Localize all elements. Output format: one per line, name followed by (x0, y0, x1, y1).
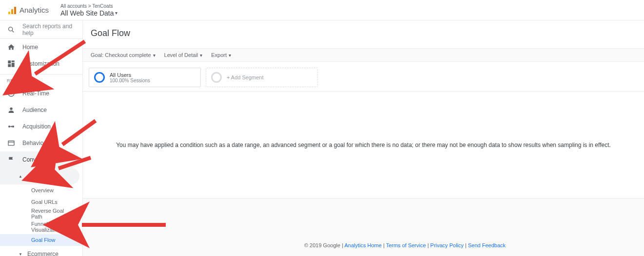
flag-icon (7, 155, 16, 164)
sidebar-item-label: Ecommerce (27, 251, 59, 256)
view-name: All Web Site Data ▾ (60, 9, 117, 17)
report-panel: You may have applied a condition such as… (83, 91, 644, 199)
sidebar-item-label: Funnel Visualization (31, 221, 76, 233)
search-icon (7, 25, 16, 34)
segment-circle-empty-icon (211, 72, 222, 83)
sidebar-item-behavior[interactable]: Behavior (0, 135, 82, 151)
sidebar-item-goals-funnel[interactable]: Funnel Visualization (0, 219, 82, 234)
add-segment-button[interactable]: + Add Segment (206, 68, 318, 87)
chevron-down-icon: ▾ (200, 53, 202, 58)
segment-subtitle: 100.00% Sessions (110, 78, 150, 83)
svg-point-10 (10, 108, 12, 110)
goal-selector[interactable]: Goal: Checkout complete▾ (91, 52, 156, 58)
footer-link-terms[interactable]: Terms of Service (386, 242, 426, 248)
sidebar-item-label: Goal URLs (31, 199, 58, 205)
sidebar-item-label: Home (22, 44, 38, 51)
detail-selector[interactable]: Level of Detail▾ (164, 52, 203, 58)
acquisition-icon (7, 122, 16, 131)
chevron-down-icon: ▾ (153, 53, 156, 58)
sidebar-item-label: Real-Time (22, 90, 49, 97)
brand-name: Analytics (20, 6, 49, 14)
segment-title: All Users (110, 72, 150, 78)
chevron-down-icon: ▾ (115, 9, 117, 17)
page-title: Goal Flow (91, 28, 636, 38)
svg-rect-5 (8, 60, 11, 63)
svg-rect-2 (14, 7, 16, 14)
sidebar-item-goals-reverse[interactable]: Reverse Goal Path (0, 208, 82, 219)
account-switcher[interactable]: All accounts > TenCoats All Web Site Dat… (60, 3, 117, 17)
sidebar-item-audience[interactable]: Audience (0, 102, 82, 118)
sidebar-item-label: Goals (27, 173, 42, 180)
svg-rect-1 (11, 9, 13, 14)
chevron-down-icon: ▾ (229, 53, 231, 58)
sidebar-item-label: Conversions (22, 156, 55, 163)
app-logo[interactable]: Analytics (8, 6, 49, 15)
search-input[interactable]: Search reports and help (0, 20, 82, 39)
home-icon (7, 43, 16, 52)
sidebar-item-goals-overview[interactable]: Overview (0, 184, 82, 196)
report-toolbar: Goal: Checkout complete▾ Level of Detail… (83, 48, 644, 62)
sidebar-item-realtime[interactable]: Real-Time (0, 85, 82, 102)
account-breadcrumb: All accounts > TenCoats (60, 3, 117, 9)
sidebar-item-home[interactable]: Home (0, 39, 82, 55)
footer-link-privacy[interactable]: Privacy Policy (430, 242, 464, 248)
sidebar-item-label: Customization (22, 60, 59, 67)
add-segment-label: + Add Segment (227, 74, 264, 80)
svg-rect-7 (12, 63, 15, 67)
sidebar-item-goals-urls[interactable]: Goal URLs (0, 196, 82, 208)
app-header: Analytics All accounts > TenCoats All We… (0, 0, 644, 20)
sidebar-item-ecommerce[interactable]: ▼ Ecommerce (0, 246, 82, 256)
footer-link-analytics-home[interactable]: Analytics Home (344, 242, 381, 248)
expand-triangle-icon: ▼ (19, 252, 22, 256)
no-data-message: You may have applied a condition such as… (106, 112, 621, 178)
sidebar-item-goals-flow[interactable]: Goal Flow (0, 234, 82, 246)
svg-rect-0 (8, 12, 10, 14)
sidebar-item-label: Acquisition (22, 123, 51, 130)
svg-rect-13 (8, 141, 14, 145)
reports-section-label: REPORTS (0, 74, 82, 85)
customization-icon (7, 59, 16, 68)
footer-link-feedback[interactable]: Send Feedback (468, 242, 506, 248)
svg-line-4 (12, 30, 14, 32)
footer: © 2019 Google | Analytics Home | Terms o… (166, 239, 644, 251)
sidebar-item-acquisition[interactable]: Acquisition (0, 118, 82, 135)
collapse-triangle-icon: ▲ (19, 174, 22, 179)
sidebar-item-label: Overview (31, 187, 54, 193)
content-area: Goal Flow Goal: Checkout complete▾ Level… (83, 20, 644, 256)
svg-point-11 (8, 126, 10, 128)
content-header: Goal Flow (83, 20, 644, 48)
sidebar-item-label: Goal Flow (31, 237, 56, 243)
search-placeholder: Search reports and help (22, 23, 76, 37)
person-icon (7, 106, 16, 114)
svg-rect-6 (12, 60, 15, 62)
behavior-icon (7, 139, 16, 147)
sidebar-item-goals[interactable]: ▲ Goals (0, 168, 79, 184)
sidebar-item-conversions[interactable]: Conversions (0, 151, 79, 168)
sidebar-item-label: Behavior (22, 140, 45, 146)
sidebar-item-label: Audience (22, 107, 47, 113)
export-selector[interactable]: Export▾ (211, 52, 231, 58)
sidebar-item-customization[interactable]: Customization (0, 55, 82, 72)
svg-point-12 (12, 126, 14, 128)
svg-rect-8 (8, 64, 11, 67)
sidebar: Search reports and help Home Customizati… (0, 20, 83, 256)
segment-circle-icon (94, 72, 105, 83)
segments-row: All Users 100.00% Sessions + Add Segment (83, 62, 644, 91)
clock-icon (7, 89, 16, 98)
analytics-logo-icon (8, 6, 17, 15)
svg-point-3 (9, 27, 13, 31)
sidebar-item-label: Reverse Goal Path (31, 208, 76, 219)
segment-all-users[interactable]: All Users 100.00% Sessions (89, 68, 201, 87)
